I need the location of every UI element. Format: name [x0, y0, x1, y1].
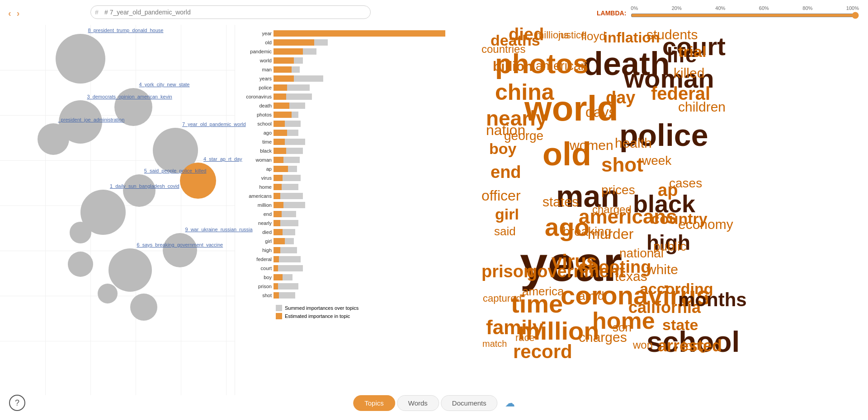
- bubble-8_president_trump_donald_house[interactable]: [56, 34, 105, 84]
- word-prison[interactable]: prison: [481, 262, 534, 281]
- bar-orange-death: [274, 103, 289, 109]
- word-breaking[interactable]: breaking: [563, 224, 611, 239]
- word-son[interactable]: son: [613, 321, 632, 335]
- word-children[interactable]: children: [678, 99, 726, 115]
- word-shot[interactable]: shot: [601, 154, 643, 176]
- bar-container-death: [274, 103, 445, 109]
- lambda-label: LAMBDA:: [597, 9, 626, 17]
- bar-container-court: [274, 265, 445, 271]
- bar-container-nearly: [274, 220, 445, 226]
- bubble-bubble_sm4[interactable]: [70, 222, 91, 243]
- help-button[interactable]: ?: [9, 395, 25, 411]
- word-billion[interactable]: billion: [493, 59, 533, 74]
- bubble-bubble_sm2[interactable]: [98, 284, 118, 303]
- bar-row-police: police: [235, 84, 448, 92]
- bar-orange-ago: [274, 130, 287, 136]
- bar-container-end: [274, 211, 445, 217]
- word-countries[interactable]: countries: [481, 43, 525, 56]
- word-american[interactable]: american: [536, 59, 588, 73]
- bar-container-americans: [274, 193, 445, 199]
- bubble-label-_president_joe_administration[interactable]: _president_joe_administration: [58, 117, 125, 122]
- bubble-label-5_said_people_police_killed[interactable]: 5_said_people_police_killed: [144, 168, 207, 173]
- bubble-label-4_york_city_new_state[interactable]: 4_york_city_new_state: [139, 82, 190, 87]
- bar-orange-died: [274, 229, 283, 235]
- word-months[interactable]: months: [678, 289, 747, 311]
- bubble-5_said_people_police_killed[interactable]: [123, 174, 156, 207]
- bar-label-police: police: [237, 85, 274, 90]
- bar-row-boy: boy: [235, 273, 448, 281]
- bubble-label-3_democrats_opinion_american_kevin[interactable]: 3_democrats_opinion_american_kevin: [87, 94, 172, 99]
- bar-row-black: black: [235, 147, 448, 155]
- bar-orange-girl: [274, 238, 285, 244]
- word-cases[interactable]: cases: [669, 176, 702, 191]
- bar-label-year: year: [237, 31, 274, 36]
- bubble-_president_joe_administration[interactable]: [38, 123, 69, 155]
- word-match[interactable]: match: [482, 339, 507, 349]
- bar-container-federal: [274, 256, 445, 262]
- bar-label-photos: photos: [237, 112, 274, 117]
- bubble-label-1_daily_sun_bangladesh_covid[interactable]: 1_daily_sun_bangladesh_covid: [110, 183, 179, 189]
- bubble-6_says_breaking_government_vaccine[interactable]: [108, 248, 152, 292]
- bubble-9_war_ukraine_russian_russia[interactable]: [163, 233, 197, 267]
- word-economy[interactable]: economy: [678, 217, 733, 232]
- word-officer[interactable]: officer: [481, 187, 521, 204]
- word-women[interactable]: women: [570, 138, 613, 153]
- bar-label-court: court: [237, 266, 274, 271]
- bar-orange-old: [274, 39, 314, 46]
- word-won[interactable]: won: [633, 339, 653, 351]
- word-family[interactable]: family: [486, 316, 543, 339]
- bubble-label-6_says_breaking_government_vaccine[interactable]: 6_says_breaking_government_vaccine: [137, 242, 223, 247]
- word-race[interactable]: race: [515, 332, 535, 344]
- word-china[interactable]: china: [495, 79, 554, 105]
- main-container: 8_president_trump_donald_house4_york_cit…: [0, 25, 868, 413]
- word-day[interactable]: day: [606, 88, 635, 107]
- bar-orange-shot: [274, 292, 279, 299]
- bar-label-shot: shot: [237, 293, 274, 298]
- word-said[interactable]: said: [494, 224, 516, 238]
- word-public[interactable]: public: [653, 239, 686, 254]
- bar-chart-panel: yearoldpandemicworldmanyearspolicecorona…: [235, 25, 448, 395]
- word-captured[interactable]: captured: [483, 293, 522, 304]
- prev-arrow[interactable]: ‹: [8, 8, 11, 19]
- bar-orange-court: [274, 265, 278, 271]
- bubble-bubble_sm3[interactable]: [130, 294, 157, 321]
- word-state[interactable]: state: [662, 316, 698, 334]
- tab-topics[interactable]: Topics: [353, 395, 395, 411]
- bar-label-pandemic: pandemic: [237, 49, 274, 54]
- word-health[interactable]: health: [615, 135, 652, 151]
- bubble-label-8_president_trump_donald_house[interactable]: 8_president_trump_donald_house: [88, 28, 164, 33]
- bubble-bubble_sm1[interactable]: [68, 252, 93, 277]
- word-students[interactable]: students: [646, 27, 698, 42]
- word-trial[interactable]: trial: [678, 43, 706, 61]
- bar-label-school: school: [237, 121, 274, 126]
- bar-row-died: died: [235, 228, 448, 236]
- search-input[interactable]: [90, 5, 371, 19]
- word-george[interactable]: george: [504, 129, 543, 143]
- word-week[interactable]: week: [642, 154, 671, 168]
- word-virus[interactable]: virus: [552, 251, 597, 272]
- word-killed[interactable]: killed: [674, 65, 704, 81]
- word-girl[interactable]: girl: [495, 205, 519, 223]
- word-white[interactable]: white: [646, 262, 678, 277]
- word-charged[interactable]: charged: [592, 203, 632, 216]
- word-states[interactable]: states: [542, 194, 579, 210]
- bar-label-federal: federal: [237, 257, 274, 262]
- bar-orange-coronavirus: [274, 93, 286, 100]
- cloud-icon[interactable]: ☁: [505, 397, 515, 409]
- word-end[interactable]: end: [491, 163, 521, 182]
- tab-documents[interactable]: Documents: [441, 395, 498, 411]
- word-america[interactable]: america: [522, 285, 564, 299]
- bar-orange-ap: [274, 166, 288, 172]
- tab-words[interactable]: Words: [397, 395, 439, 411]
- bar-orange-end: [274, 211, 282, 217]
- word-prices[interactable]: prices: [601, 183, 635, 197]
- word-record[interactable]: record: [513, 341, 572, 363]
- lambda-slider[interactable]: [631, 12, 859, 19]
- word-amid[interactable]: amid: [579, 289, 604, 303]
- word-long[interactable]: long: [683, 339, 707, 353]
- next-arrow[interactable]: ›: [17, 8, 20, 19]
- word-millions[interactable]: millions: [536, 29, 569, 41]
- bar-row-shot: shot: [235, 291, 448, 299]
- bar-row-high: high: [235, 246, 448, 254]
- bar-orange-man: [274, 66, 292, 73]
